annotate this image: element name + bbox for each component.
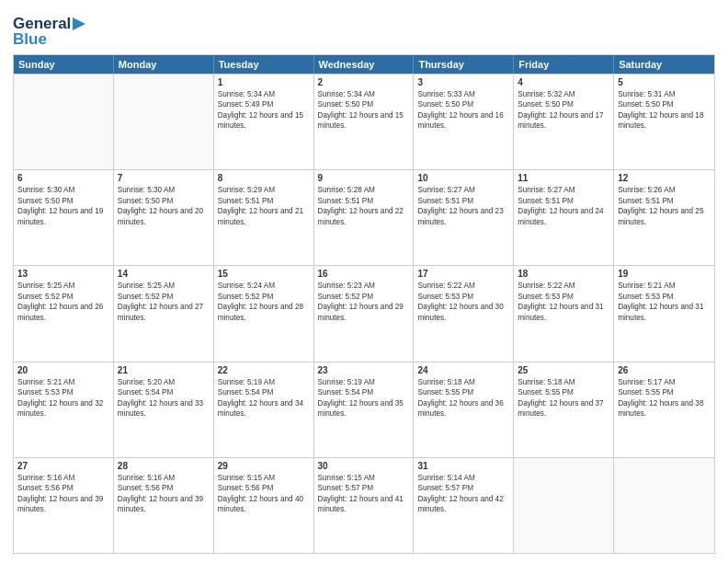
day-number: 13 <box>17 269 109 279</box>
sunrise-text: Sunrise: 5:28 AM <box>318 185 410 195</box>
daylight-text: Daylight: 12 hours and 40 minutes. <box>218 494 310 515</box>
sunset-text: Sunset: 5:54 PM <box>218 387 310 397</box>
sunset-text: Sunset: 5:51 PM <box>318 196 410 206</box>
sunrise-text: Sunrise: 5:19 AM <box>218 377 310 387</box>
sunset-text: Sunset: 5:50 PM <box>118 196 210 206</box>
weekday-header-tuesday: Tuesday <box>214 55 314 74</box>
daylight-text: Daylight: 12 hours and 32 minutes. <box>17 398 109 419</box>
calendar-cell: 23Sunrise: 5:19 AMSunset: 5:54 PMDayligh… <box>314 362 415 457</box>
sunset-text: Sunset: 5:50 PM <box>417 99 509 109</box>
daylight-text: Daylight: 12 hours and 36 minutes. <box>417 398 509 419</box>
day-number: 2 <box>318 77 410 87</box>
page: General Blue SundayMondayTuesdayWednesda… <box>0 0 728 563</box>
calendar-cell: 9Sunrise: 5:28 AMSunset: 5:51 PMDaylight… <box>314 170 415 265</box>
calendar-cell: 4Sunrise: 5:32 AMSunset: 5:50 PMDaylight… <box>514 75 614 169</box>
day-number: 3 <box>417 77 509 87</box>
calendar-week-5: 27Sunrise: 5:16 AMSunset: 5:56 PMDayligh… <box>14 457 714 553</box>
sunset-text: Sunset: 5:55 PM <box>417 387 509 397</box>
calendar-cell: 24Sunrise: 5:18 AMSunset: 5:55 PMDayligh… <box>414 362 514 457</box>
sunset-text: Sunset: 5:51 PM <box>218 196 310 206</box>
sunset-text: Sunset: 5:56 PM <box>118 483 210 493</box>
sunset-text: Sunset: 5:53 PM <box>518 292 609 302</box>
day-number: 17 <box>417 269 509 279</box>
daylight-text: Daylight: 12 hours and 27 minutes. <box>118 302 210 323</box>
sunset-text: Sunset: 5:55 PM <box>618 387 711 397</box>
day-number: 18 <box>518 269 609 279</box>
calendar-cell: 15Sunrise: 5:24 AMSunset: 5:52 PMDayligh… <box>214 266 314 361</box>
calendar-cell: 25Sunrise: 5:18 AMSunset: 5:55 PMDayligh… <box>514 362 614 457</box>
daylight-text: Daylight: 12 hours and 37 minutes. <box>518 398 609 419</box>
calendar-cell: 31Sunrise: 5:14 AMSunset: 5:57 PMDayligh… <box>414 458 514 553</box>
sunset-text: Sunset: 5:54 PM <box>118 387 210 397</box>
sunrise-text: Sunrise: 5:24 AM <box>218 281 310 291</box>
sunrise-text: Sunrise: 5:16 AM <box>17 473 109 483</box>
sunrise-text: Sunrise: 5:22 AM <box>417 281 509 291</box>
sunset-text: Sunset: 5:50 PM <box>618 99 711 109</box>
calendar-cell: 27Sunrise: 5:16 AMSunset: 5:56 PMDayligh… <box>14 458 114 553</box>
calendar-week-1: 1Sunrise: 5:34 AMSunset: 5:49 PMDaylight… <box>14 74 714 169</box>
day-number: 9 <box>318 173 410 183</box>
calendar-cell: 5Sunrise: 5:31 AMSunset: 5:50 PMDaylight… <box>614 75 714 169</box>
sunset-text: Sunset: 5:53 PM <box>17 387 109 397</box>
weekday-header-thursday: Thursday <box>414 55 514 74</box>
day-number: 29 <box>218 461 310 471</box>
calendar-cell: 21Sunrise: 5:20 AMSunset: 5:54 PMDayligh… <box>114 362 214 457</box>
daylight-text: Daylight: 12 hours and 17 minutes. <box>518 110 609 132</box>
daylight-text: Daylight: 12 hours and 38 minutes. <box>618 398 711 419</box>
sunrise-text: Sunrise: 5:16 AM <box>118 473 210 483</box>
sunset-text: Sunset: 5:56 PM <box>218 483 310 493</box>
sunrise-text: Sunrise: 5:32 AM <box>518 89 609 99</box>
sunrise-text: Sunrise: 5:15 AM <box>318 473 410 483</box>
sunrise-text: Sunrise: 5:29 AM <box>218 185 310 195</box>
weekday-header-wednesday: Wednesday <box>314 55 415 74</box>
daylight-text: Daylight: 12 hours and 34 minutes. <box>218 398 310 419</box>
daylight-text: Daylight: 12 hours and 28 minutes. <box>218 302 310 323</box>
sunrise-text: Sunrise: 5:27 AM <box>417 185 509 195</box>
weekday-header-friday: Friday <box>514 55 614 74</box>
day-number: 12 <box>618 173 711 183</box>
calendar-cell: 20Sunrise: 5:21 AMSunset: 5:53 PMDayligh… <box>14 362 114 457</box>
sunrise-text: Sunrise: 5:22 AM <box>518 281 609 291</box>
sunrise-text: Sunrise: 5:17 AM <box>618 377 711 387</box>
day-number: 5 <box>618 77 711 87</box>
daylight-text: Daylight: 12 hours and 18 minutes. <box>618 110 711 132</box>
day-number: 6 <box>17 173 109 183</box>
day-number: 4 <box>518 77 609 87</box>
day-number: 15 <box>218 269 310 279</box>
sunrise-text: Sunrise: 5:33 AM <box>417 89 509 99</box>
weekday-header-saturday: Saturday <box>614 55 714 74</box>
weekday-header-monday: Monday <box>114 55 214 74</box>
daylight-text: Daylight: 12 hours and 35 minutes. <box>318 398 410 419</box>
sunset-text: Sunset: 5:52 PM <box>218 292 310 302</box>
day-number: 25 <box>518 365 609 375</box>
sunrise-text: Sunrise: 5:34 AM <box>318 89 410 99</box>
sunset-text: Sunset: 5:53 PM <box>417 292 509 302</box>
daylight-text: Daylight: 12 hours and 21 minutes. <box>218 206 310 227</box>
calendar-header: SundayMondayTuesdayWednesdayThursdayFrid… <box>14 55 714 74</box>
sunset-text: Sunset: 5:57 PM <box>417 483 509 493</box>
sunset-text: Sunset: 5:55 PM <box>518 387 609 397</box>
calendar-cell: 8Sunrise: 5:29 AMSunset: 5:51 PMDaylight… <box>214 170 314 265</box>
weekday-header-sunday: Sunday <box>14 55 114 74</box>
sunset-text: Sunset: 5:51 PM <box>518 196 609 206</box>
daylight-text: Daylight: 12 hours and 31 minutes. <box>618 302 711 323</box>
sunset-text: Sunset: 5:52 PM <box>318 292 410 302</box>
sunset-text: Sunset: 5:50 PM <box>518 99 609 109</box>
sunset-text: Sunset: 5:50 PM <box>17 196 109 206</box>
sunrise-text: Sunrise: 5:26 AM <box>618 185 711 195</box>
day-number: 28 <box>118 461 210 471</box>
daylight-text: Daylight: 12 hours and 24 minutes. <box>518 206 609 227</box>
sunset-text: Sunset: 5:52 PM <box>17 292 109 302</box>
daylight-text: Daylight: 12 hours and 20 minutes. <box>118 206 210 227</box>
day-number: 19 <box>618 269 711 279</box>
sunrise-text: Sunrise: 5:23 AM <box>318 281 410 291</box>
daylight-text: Daylight: 12 hours and 42 minutes. <box>417 494 509 515</box>
day-number: 26 <box>618 365 711 375</box>
day-number: 10 <box>417 173 509 183</box>
logo: General Blue <box>13 13 91 49</box>
day-number: 16 <box>318 269 410 279</box>
calendar-week-3: 13Sunrise: 5:25 AMSunset: 5:52 PMDayligh… <box>14 265 714 361</box>
calendar-cell: 17Sunrise: 5:22 AMSunset: 5:53 PMDayligh… <box>414 266 514 361</box>
sunrise-text: Sunrise: 5:14 AM <box>417 473 509 483</box>
calendar-cell: 12Sunrise: 5:26 AMSunset: 5:51 PMDayligh… <box>614 170 714 265</box>
